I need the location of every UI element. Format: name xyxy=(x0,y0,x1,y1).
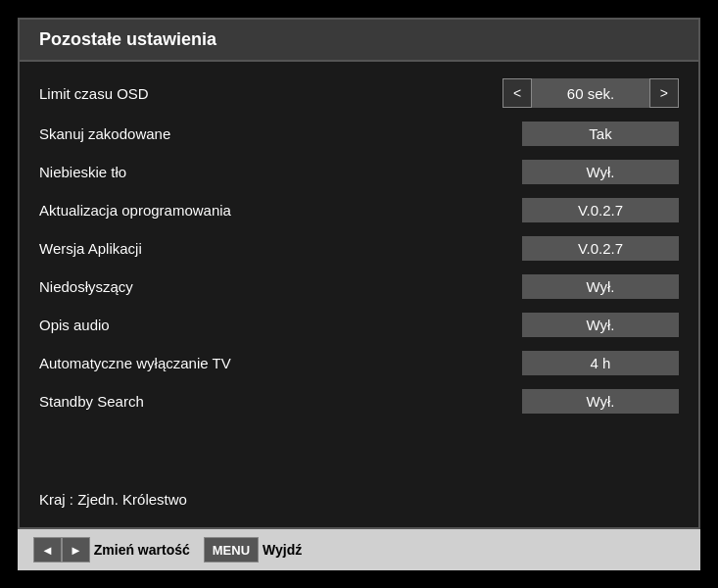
setting-label: Automatyczne wyłączanie TV xyxy=(39,355,522,371)
settings-body: Limit czasu OSD<60 sek.>Skanuj zakodowan… xyxy=(20,62,698,527)
decrement-button[interactable]: < xyxy=(503,78,532,108)
setting-value: 60 sek. xyxy=(532,78,649,108)
setting-row: NiedosłyszącyWył. xyxy=(39,268,679,306)
setting-value: Tak xyxy=(522,122,679,146)
setting-row: Aktualizacja oprogramowaniaV.0.2.7 xyxy=(39,191,679,229)
menu-button[interactable]: MENU xyxy=(204,537,259,563)
setting-value-arrows: <60 sek.> xyxy=(503,78,679,108)
country-label: Kraj : Zjedn. Królestwo xyxy=(39,477,679,517)
setting-label: Niebieskie tło xyxy=(39,164,522,180)
setting-value: V.0.2.7 xyxy=(522,198,679,222)
bottom-bar: ◄ ► Zmień wartość MENU Wyjdź xyxy=(18,529,700,570)
setting-label: Aktualizacja oprogramowania xyxy=(39,202,522,219)
setting-label: Niedosłyszący xyxy=(39,278,522,295)
setting-value: V.0.2.7 xyxy=(522,236,679,261)
setting-value: 4 h xyxy=(522,351,679,375)
setting-label: Skanuj zakodowane xyxy=(39,125,522,142)
setting-value: Wył. xyxy=(522,160,679,184)
setting-row: Automatyczne wyłączanie TV4 h xyxy=(39,344,679,382)
setting-value: Wył. xyxy=(522,313,679,337)
setting-label: Opis audio xyxy=(39,317,522,333)
exit-label: Wyjdź xyxy=(263,542,302,558)
change-value-label: Zmień wartość xyxy=(94,542,190,558)
setting-row: Niebieskie tłoWył. xyxy=(39,153,679,191)
setting-label: Standby Search xyxy=(39,393,522,410)
left-arrow-btn[interactable]: ◄ xyxy=(33,537,62,563)
outer-container: Pozostałe ustawienia Limit czasu OSD<60 … xyxy=(0,0,718,588)
panel-title: Pozostałe ustawienia xyxy=(20,20,698,62)
setting-row: Limit czasu OSD<60 sek.> xyxy=(39,72,679,115)
setting-row: Wersja AplikacjiV.0.2.7 xyxy=(39,229,679,268)
setting-row: Skanuj zakodowaneTak xyxy=(39,115,679,153)
setting-value: Wył. xyxy=(522,274,679,299)
setting-value: Wył. xyxy=(522,389,679,414)
main-panel: Pozostałe ustawienia Limit czasu OSD<60 … xyxy=(18,18,700,529)
setting-row: Standby SearchWył. xyxy=(39,382,679,420)
increment-button[interactable]: > xyxy=(649,78,679,108)
right-arrow-btn[interactable]: ► xyxy=(62,537,90,563)
setting-label: Limit czasu OSD xyxy=(39,85,503,102)
setting-label: Wersja Aplikacji xyxy=(39,240,522,257)
setting-row: Opis audioWył. xyxy=(39,306,679,344)
